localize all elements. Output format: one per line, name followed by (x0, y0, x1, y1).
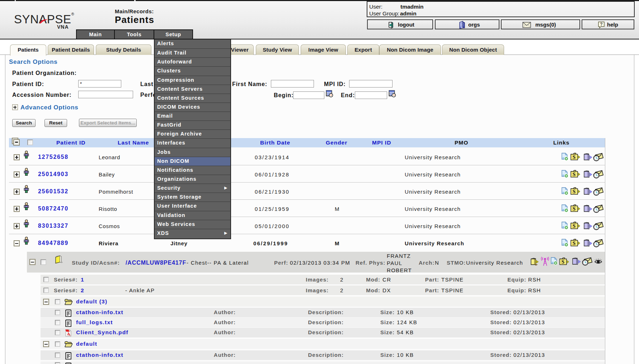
svg-text:S: S (573, 240, 575, 246)
svg-text:S: S (573, 223, 575, 229)
svg-text:?: ? (600, 22, 602, 27)
svg-text:S: S (573, 189, 575, 194)
svg-text:S: S (573, 206, 575, 212)
svg-text:S: S (562, 259, 564, 265)
svg-text:S: S (573, 171, 575, 177)
svg-text:S: S (573, 154, 575, 160)
